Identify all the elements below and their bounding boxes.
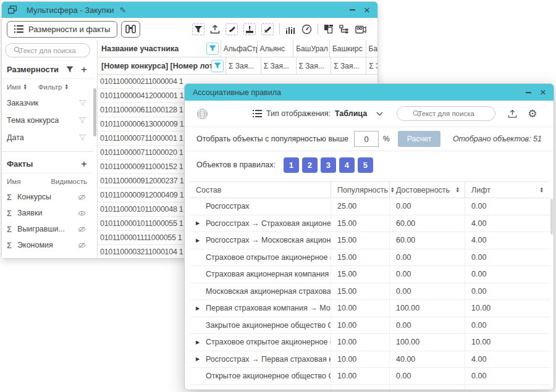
add-dimension-button[interactable]: + [81, 64, 87, 75]
measure-header[interactable]: Σ Зая... [226, 57, 261, 74]
close-button[interactable]: × [364, 5, 370, 15]
dialog-scrollbar-thumb[interactable] [550, 199, 553, 235]
sort-icon[interactable]: ▲▼ [540, 187, 544, 192]
filter-icon[interactable] [79, 135, 86, 141]
rule-size-button-4[interactable]: 4 [339, 157, 355, 173]
search-objects-button[interactable] [121, 21, 140, 38]
rule-row[interactable]: ▶Общество с ограниченной ответственност.… [190, 385, 550, 390]
col-confidence[interactable]: Достоверность ▲▼ [390, 182, 465, 198]
scrollbar-thumb[interactable] [93, 88, 96, 136]
sort-icon[interactable]: ▲▼ [456, 187, 460, 192]
dimensions-filter-icon[interactable] [66, 66, 74, 73]
dimension-item-tema-konkursa[interactable]: Тема конкурса [2, 112, 93, 129]
measure-header[interactable]: Σ Зая... [331, 57, 366, 74]
rule-row[interactable]: ▶Страховое открытое акционерное общест..… [190, 334, 550, 351]
measure-header[interactable]: Σ З [366, 57, 377, 74]
dialog-search-input[interactable] [397, 106, 495, 121]
filter-icon [209, 45, 216, 52]
gauge-icon [301, 24, 312, 35]
fact-item-ekonomiya[interactable]: Σ Экономия [2, 237, 93, 253]
expand-icon[interactable]: ▶ [196, 220, 206, 226]
col-lift[interactable]: Лифт ▲▼ [465, 182, 550, 198]
eye-icon[interactable] [78, 210, 86, 217]
rule-row[interactable]: ▶Московская акционерная страховая комп..… [190, 283, 550, 301]
dialog-close-button[interactable]: × [540, 87, 546, 98]
edit-title-icon[interactable]: ✎ [120, 6, 127, 15]
fact-item-zayavki[interactable]: Σ Заявки [2, 205, 93, 221]
column-header[interactable]: БашУрал [293, 40, 330, 57]
rule-row[interactable]: ▶Росгосстрах → Московская акционерная с.… [190, 232, 550, 249]
chevron-down-icon [376, 112, 383, 116]
rule-row[interactable]: ▶Первая страховая компания → Московска..… [190, 300, 550, 317]
edit-add-button[interactable] [225, 23, 238, 35]
export-toolbar-button[interactable] [210, 25, 220, 34]
minimize-button[interactable] [350, 9, 355, 10]
fact-item-vyigravshie[interactable]: Σ Выигравши... [2, 221, 93, 237]
rule-row[interactable]: ▶Росгосстрах → Страховая акционерная ко.… [190, 215, 550, 233]
col-name-label[interactable]: Имя [7, 83, 20, 91]
hierarchy-icon [339, 25, 350, 34]
measure-header[interactable]: Σ Зая... [297, 57, 332, 74]
dimension-item-data[interactable]: Дата [2, 129, 93, 146]
col-popularity[interactable]: Популярность ▲▼ [331, 182, 390, 198]
dialog-search [397, 106, 495, 121]
rule-row[interactable]: ▶Страховая акционерная компания ЭНЕРГ...… [190, 266, 550, 283]
popularity-threshold-input[interactable] [354, 131, 379, 147]
histogram-button[interactable] [285, 25, 296, 34]
settings-button[interactable]: ⚙ [528, 109, 537, 119]
rule-size-button-2[interactable]: 2 [302, 157, 318, 173]
col-sostav[interactable]: Состав [190, 182, 331, 198]
expand-icon[interactable]: ▶ [196, 356, 206, 362]
camera-button[interactable] [355, 25, 366, 34]
rule-row[interactable]: ▶Открытое акционерное общество Страхов..… [190, 368, 550, 385]
expand-icon[interactable]: ▶ [196, 306, 206, 311]
add-fact-button[interactable]: + [81, 159, 87, 169]
expand-icon[interactable]: ▶ [196, 238, 206, 243]
camera-icon [355, 25, 366, 34]
filter-toolbar-button[interactable] [192, 23, 204, 35]
dialog-export-button[interactable] [508, 109, 517, 119]
gauge-button[interactable] [301, 24, 312, 35]
web-graph-icon[interactable] [196, 108, 208, 120]
copy-button[interactable] [324, 24, 334, 34]
column-header[interactable]: АльфаСтр [221, 40, 258, 57]
contest-number-header[interactable]: [Номер конкурса] [Номер лота] [101, 62, 211, 70]
rule-row[interactable]: ▶Росгосстрах → Первая страховая компания… [190, 351, 550, 369]
expand-icon[interactable]: ▶ [196, 340, 206, 345]
eye-slash-icon[interactable] [78, 226, 86, 233]
hierarchy-button[interactable] [339, 25, 350, 34]
display-type-selector[interactable]: Тип отображения: Таблица [253, 109, 383, 118]
percent-label: % [383, 135, 390, 143]
filter-icon[interactable] [79, 117, 86, 123]
dimensions-facts-button[interactable]: Размерности и факты [7, 21, 117, 38]
sort-icon[interactable]: ▲▼ [64, 84, 68, 89]
rule-size-button-5[interactable]: 5 [358, 157, 373, 173]
measure-header[interactable]: Σ Зая... [261, 57, 297, 74]
contest-filter-button[interactable] [211, 60, 224, 72]
fact-item-konkursy[interactable]: Σ Конкурсы [2, 189, 93, 205]
col-filter-label[interactable]: Фильтр [38, 83, 62, 91]
edit-remove-button[interactable] [261, 23, 274, 35]
rule-size-button-1[interactable]: 1 [284, 157, 299, 173]
dimension-item-zakazchik[interactable]: Заказчик [2, 94, 93, 112]
column-header[interactable]: Баш [366, 40, 377, 57]
eye-slash-icon[interactable] [78, 242, 86, 249]
dialog-minimize-button[interactable] [526, 92, 531, 93]
rule-row[interactable]: ▶Закрытое акционерное общество Страхов..… [190, 317, 550, 335]
col-visibility-label: Видимость [51, 178, 87, 185]
filter-icon [194, 25, 203, 33]
column-header[interactable]: Альянс [258, 40, 294, 57]
sigma-icon: Σ [7, 209, 12, 218]
alert-button[interactable] [243, 23, 256, 35]
rule-row[interactable]: ▶Страховое открытое акционерное общест..… [190, 249, 550, 267]
rule-size-button-3[interactable]: 3 [321, 157, 336, 173]
sort-icon[interactable]: ▲▼ [23, 84, 27, 89]
column-header[interactable]: Башкирс [330, 40, 366, 57]
dialog-toolbar: Тип отображения: Таблица ⚙ [185, 101, 554, 127]
participant-name-header[interactable]: Название участника [101, 44, 206, 53]
filter-icon[interactable] [79, 100, 86, 106]
rule-row[interactable]: ▶Росгосстрах 25.00 0.00 0.00 [190, 198, 550, 215]
calculate-button[interactable]: Расчет [398, 131, 441, 147]
eye-slash-icon[interactable] [78, 194, 86, 201]
participant-filter-button[interactable] [206, 43, 219, 55]
